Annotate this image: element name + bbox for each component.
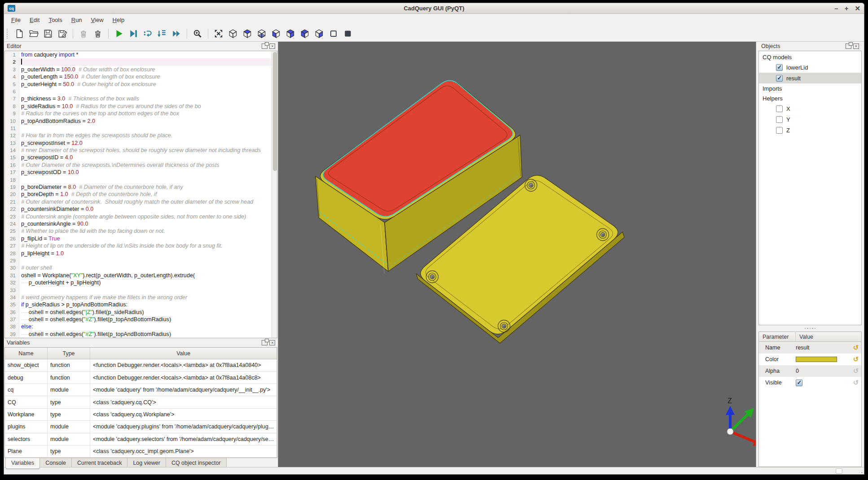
wireframe-button[interactable] [327,27,340,40]
variables-float-icon[interactable] [262,340,267,345]
code-editor[interactable]: 1from cadquery import *23p_outerWidth = … [4,51,277,338]
editor-scrollbar-thumb[interactable] [273,52,277,171]
render-button[interactable] [113,27,125,40]
line-number: 31 [5,272,19,279]
visibility-checkbox[interactable] [776,75,783,82]
code-line: 33 [5,287,277,294]
tree-group-cq-models[interactable]: CQ models [759,52,861,62]
menu-edit[interactable]: Edit [25,15,44,25]
visible-checkbox[interactable] [796,380,802,386]
variable-row[interactable]: pluginsmodule<module 'cadquery.plugins' … [5,421,277,433]
fit-all-button[interactable] [212,27,225,40]
visibility-checkbox[interactable] [776,127,783,134]
shaded-button[interactable] [342,27,354,40]
param-column-header[interactable]: Parameter [759,332,796,341]
objects-float-icon[interactable] [846,44,851,49]
tree-group-helpers[interactable]: Helpers [759,93,861,103]
view-left-button[interactable] [298,27,311,40]
title-bar[interactable]: cq CadQuery GUI (PyQT) – + ✕ [4,3,864,14]
objects-close-icon[interactable]: × [853,44,859,49]
undo-icon[interactable]: ↺ [850,344,861,352]
line-number: 18 [5,176,19,183]
variable-row[interactable]: debugfunction<function Debugger.render.<… [5,372,277,384]
editor-float-icon[interactable] [262,44,267,49]
step-into-button[interactable] [156,27,168,40]
tree-item-x[interactable]: X [759,103,861,114]
3d-viewport[interactable]: Z Y X [278,42,756,467]
line-number: 36 [5,309,19,316]
code-line: 19p_boreDiameter = 8.0 # Diameter of the… [5,183,277,191]
variable-row[interactable]: Workplanetype<class 'cadquery.cq.Workpla… [5,409,277,421]
param-label: Visible [759,380,796,386]
variables-column-header[interactable]: Value [90,348,277,359]
variables-close-icon[interactable]: × [269,340,275,345]
parameter-panel: ParameterValueNameresult↺Color↺Alpha0↺Vi… [758,332,862,467]
code-line: 32····p_outerHeight + p_lipHeight) [5,279,277,286]
tree-item-y[interactable]: Y [759,114,861,125]
code-line: 9# Radius for the curves on the top and … [5,110,277,117]
view-right-button[interactable] [313,27,325,40]
variables-column-header[interactable]: Name [5,348,48,359]
continue-button[interactable] [170,27,183,40]
variable-row[interactable]: CQtype<class 'cadquery.cq.CQ'> [5,396,277,408]
tree-item-result[interactable]: result [759,73,861,83]
save-button[interactable] [42,27,54,40]
undo-icon[interactable]: ↺ [850,367,861,375]
menu-help[interactable]: Help [108,15,129,25]
line-number: 1 [5,51,19,58]
code-line: 36····oshell = oshell.edges("|Z").fillet… [5,309,277,316]
close-button[interactable]: ✕ [855,5,860,12]
view-front-button[interactable] [270,27,282,40]
variable-row[interactable]: selectorsmodule<module 'cadquery.selecto… [5,433,277,445]
param-value[interactable]: result [796,345,810,351]
view-bottom-button[interactable] [255,27,268,40]
menu-run[interactable]: Run [67,15,87,25]
undo-icon[interactable]: ↺ [850,355,861,363]
line-number: 25 [5,227,19,235]
view-top-button[interactable] [241,27,254,40]
visibility-checkbox[interactable] [776,64,783,71]
window-title: CadQuery GUI (PyQT) [4,5,864,12]
visibility-checkbox[interactable] [776,105,783,112]
editor-scrollbar[interactable] [272,51,277,338]
view-iso-button[interactable] [227,27,239,40]
toolbar-separator [208,29,208,39]
delete-dim-button[interactable] [77,27,90,40]
line-number: 19 [5,183,19,191]
tree-group-imports[interactable]: Imports [759,83,861,93]
code-line: 13p_screwpostInset = 12.0 [5,140,277,147]
tab-variables[interactable]: Variables [5,458,40,469]
maximize-button[interactable]: + [845,5,849,12]
param-column-header[interactable]: Value [796,332,861,341]
resize-grip-icon[interactable] [858,468,863,474]
variable-row[interactable]: show_objectfunction<function Debugger.re… [5,359,277,371]
toolbar-handle[interactable] [7,29,9,39]
menu-tools[interactable]: Tools [44,15,66,25]
new-file-button[interactable] [13,27,26,40]
open-button[interactable] [27,27,40,40]
code-line: 26p_flipLid = True [5,235,277,242]
undo-icon[interactable]: ↺ [850,379,861,387]
menu-file[interactable]: File [7,15,25,25]
color-swatch[interactable] [796,357,837,362]
zoom-button[interactable] [191,27,204,40]
editor-close-icon[interactable]: × [269,44,275,49]
menu-view[interactable]: View [87,15,108,25]
visibility-checkbox[interactable] [776,116,783,123]
param-value[interactable]: 0 [796,368,799,374]
tree-item-z[interactable]: Z [759,125,861,135]
dock-splitter-handle[interactable] [758,325,862,332]
save-as-button[interactable] [56,27,69,40]
view-right-icon [314,29,324,39]
variable-row[interactable]: cqmodule<module 'cadquery' from '/home/a… [5,384,277,396]
minimize-button[interactable]: – [834,5,838,12]
delete-button[interactable] [92,27,104,40]
objects-dock-title: Objects × [758,42,862,51]
step-button[interactable] [141,27,154,40]
debug-button[interactable] [127,27,140,40]
variables-column-header[interactable]: Type [48,348,90,359]
variable-row[interactable]: Planetype<class 'cadquery.occ_impl.geom.… [5,445,277,458]
view-back-button[interactable] [284,27,297,40]
tree-item-lowerlid[interactable]: lowerLid [759,62,861,73]
line-number: 7 [5,95,19,102]
